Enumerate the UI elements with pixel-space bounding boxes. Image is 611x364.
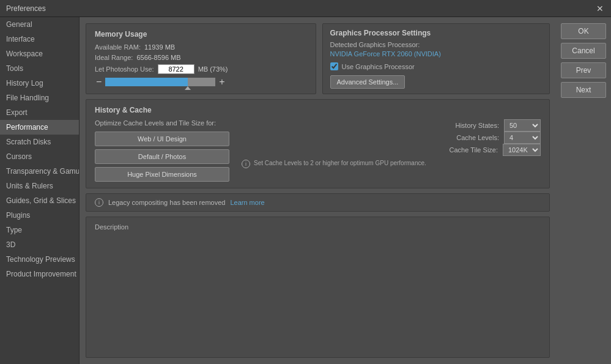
memory-usage-section: Memory Usage Available RAM: 11939 MB Ide…: [86, 23, 316, 94]
slider-minus-button[interactable]: −: [95, 77, 103, 87]
optimize-label: Optimize Cache Levels and Tile Size for:: [95, 119, 229, 127]
cache-settings-col: History States: 50 20 100 Cache Levels: …: [242, 119, 541, 168]
learn-more-link[interactable]: Learn more: [230, 199, 264, 206]
ram-percent: MB (73%): [198, 65, 228, 73]
memory-usage-title: Memory Usage: [95, 30, 307, 39]
prev-button[interactable]: Prev: [561, 62, 606, 78]
cache-levels-label: Cache Levels:: [438, 134, 499, 141]
let-ps-row: Let Photoshop Use: MB (73%): [95, 64, 307, 74]
legacy-info-icon: i: [95, 198, 103, 207]
advanced-settings-button[interactable]: Advanced Settings...: [330, 75, 405, 89]
sidebar-item-type[interactable]: Type: [0, 223, 79, 237]
sidebar-item-tools[interactable]: Tools: [0, 61, 79, 76]
ideal-range-row: Ideal Range: 6566-8596 MB: [95, 54, 307, 61]
history-cache-layout: Optimize Cache Levels and Tile Size for:…: [95, 119, 541, 182]
cancel-button[interactable]: Cancel: [561, 43, 606, 59]
close-button[interactable]: ✕: [595, 4, 605, 13]
sidebar-item-performance[interactable]: Performance: [0, 120, 79, 135]
sidebar-item-history-log[interactable]: History Log: [0, 76, 79, 91]
ideal-range-label: Ideal Range:: [95, 54, 133, 61]
cache-tile-size-row: Cache Tile Size: 1024K 512K 2048K: [242, 144, 541, 156]
let-ps-label: Let Photoshop Use:: [95, 65, 154, 73]
detected-gpu-label: Detected Graphics Processor:: [330, 41, 542, 48]
slider-fill: [105, 78, 188, 86]
sidebar-item-guides-grid--slices[interactable]: Guides, Grid & Slices: [0, 193, 79, 208]
info-icon: i: [242, 160, 250, 168]
history-states-select[interactable]: 50 20 100: [504, 119, 541, 132]
optimize-col: Optimize Cache Levels and Tile Size for:…: [95, 119, 229, 182]
sidebar-item-workspace[interactable]: Workspace: [0, 46, 79, 61]
graphics-section: Graphics Processor Settings Detected Gra…: [322, 23, 550, 94]
cache-levels-select[interactable]: 4 2 6: [504, 132, 541, 144]
right-buttons: OK Cancel Prev Next: [556, 17, 611, 364]
graphics-title: Graphics Processor Settings: [330, 29, 542, 37]
cache-levels-row: Cache Levels: 4 2 6: [242, 132, 541, 144]
description-title: Description: [95, 223, 541, 231]
slider-arrow: [185, 86, 191, 90]
available-ram-row: Available RAM: 11939 MB: [95, 43, 307, 51]
gpu-name: NVIDIA GeForce RTX 2060 (NVIDIA): [330, 50, 542, 58]
cache-tile-size-label: Cache Tile Size:: [437, 146, 498, 154]
sidebar-item-technology-previews[interactable]: Technology Previews: [0, 252, 79, 267]
ideal-range-value: 6566-8596 MB: [136, 54, 180, 61]
sidebar-item-general[interactable]: General: [0, 17, 79, 32]
history-cache-title: History & Cache: [95, 106, 541, 114]
ok-button[interactable]: OK: [561, 23, 606, 39]
sidebar-item-interface[interactable]: Interface: [0, 32, 79, 46]
title-bar: Preferences ✕: [0, 0, 611, 17]
slider-track[interactable]: [105, 78, 215, 86]
sidebar-item-scratch-disks[interactable]: Scratch Disks: [0, 135, 79, 149]
use-gpu-label: Use Graphics Processor: [342, 63, 415, 70]
gpu-note-row: i Set Cache Levels to 2 or higher for op…: [242, 160, 541, 168]
slider-container: − +: [95, 77, 307, 87]
huge-pixel-button[interactable]: Huge Pixel Dimensions: [95, 167, 229, 182]
available-ram-value: 11939 MB: [144, 43, 175, 51]
dialog-title: Preferences: [6, 4, 46, 13]
history-states-label: History States:: [438, 122, 499, 129]
sidebar-item-cursors[interactable]: Cursors: [0, 149, 79, 164]
slider-plus-button[interactable]: +: [218, 77, 226, 87]
sidebar-item-file-handling[interactable]: File Handling: [0, 91, 79, 105]
history-cache-section: History & Cache Optimize Cache Levels an…: [86, 99, 550, 188]
sidebar-item-product-improvement[interactable]: Product Improvement: [0, 267, 79, 281]
sidebar: GeneralInterfaceWorkspaceToolsHistory Lo…: [0, 17, 80, 364]
use-gpu-checkbox[interactable]: [330, 62, 338, 70]
top-row: Memory Usage Available RAM: 11939 MB Ide…: [86, 23, 550, 94]
use-gpu-row: Use Graphics Processor: [330, 62, 542, 70]
cache-tile-size-select[interactable]: 1024K 512K 2048K: [503, 144, 541, 156]
next-button[interactable]: Next: [561, 82, 606, 98]
content-area: Memory Usage Available RAM: 11939 MB Ide…: [80, 17, 556, 364]
main-layout: GeneralInterfaceWorkspaceToolsHistory Lo…: [0, 17, 611, 364]
history-states-row: History States: 50 20 100: [242, 119, 541, 132]
ram-input[interactable]: [158, 64, 194, 74]
optimize-buttons: Web / UI Design Default / Photos Huge Pi…: [95, 132, 229, 182]
description-section: Description: [86, 217, 550, 358]
web-ui-design-button[interactable]: Web / UI Design: [95, 132, 229, 146]
sidebar-item-units--rulers[interactable]: Units & Rulers: [0, 179, 79, 193]
legacy-text: Legacy compositing has been removed: [108, 199, 225, 206]
sidebar-item-transparency--gamut[interactable]: Transparency & Gamut: [0, 164, 79, 179]
default-photos-button[interactable]: Default / Photos: [95, 149, 229, 164]
available-ram-label: Available RAM:: [95, 43, 141, 51]
sidebar-item-export[interactable]: Export: [0, 105, 79, 120]
sidebar-item-plugins[interactable]: Plugins: [0, 208, 79, 223]
gpu-note-text: Set Cache Levels to 2 or higher for opti…: [254, 160, 426, 166]
legacy-notice: i Legacy compositing has been removed Le…: [86, 193, 550, 212]
sidebar-item-3d[interactable]: 3D: [0, 237, 79, 252]
